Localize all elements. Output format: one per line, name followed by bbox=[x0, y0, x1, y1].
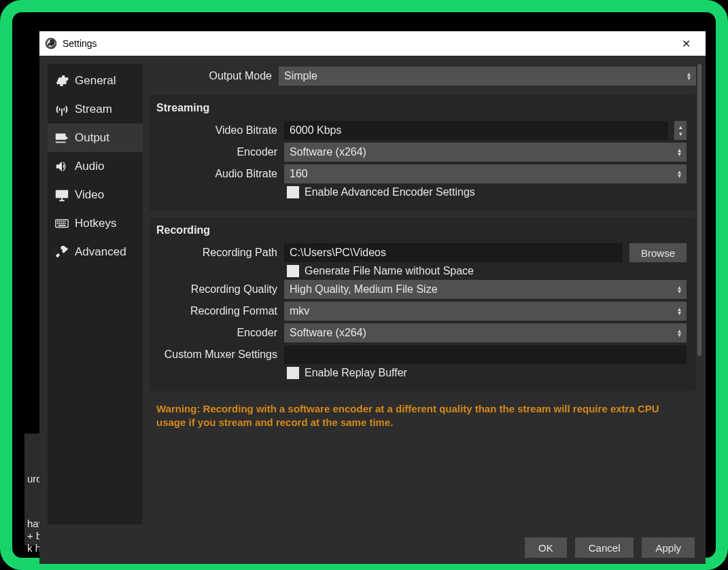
chevron-updown-icon: ▴▾ bbox=[687, 72, 691, 80]
sidebar-item-label: Stream bbox=[75, 103, 112, 116]
sidebar-item-label: Video bbox=[75, 188, 104, 202]
recording-panel: Recording Recording Path C:\Users\PC\Vid… bbox=[150, 217, 696, 391]
speaker-icon bbox=[54, 159, 69, 174]
svg-rect-6 bbox=[60, 221, 62, 222]
custom-muxer-input[interactable] bbox=[284, 345, 687, 364]
svg-rect-7 bbox=[63, 221, 64, 222]
sidebar-item-video[interactable]: Video bbox=[48, 181, 143, 209]
content-area: Output Mode Simple ▴▾ Streaming Video Bi… bbox=[150, 64, 696, 524]
close-button[interactable]: ✕ bbox=[672, 37, 700, 50]
sidebar-item-stream[interactable]: Stream bbox=[48, 95, 143, 124]
sidebar-item-advanced[interactable]: Advanced bbox=[48, 238, 143, 266]
svg-rect-11 bbox=[60, 223, 62, 224]
output-mode-label: Output Mode bbox=[150, 70, 272, 82]
replay-buffer-checkbox[interactable] bbox=[287, 367, 299, 379]
svg-rect-5 bbox=[58, 221, 60, 222]
titlebar: Settings ✕ bbox=[39, 31, 706, 56]
svg-rect-14 bbox=[58, 225, 66, 226]
monitor-icon bbox=[54, 188, 69, 202]
chevron-updown-icon: ▴▾ bbox=[678, 285, 681, 293]
advanced-encoder-label: Enable Advanced Encoder Settings bbox=[305, 186, 475, 198]
svg-rect-13 bbox=[65, 223, 66, 224]
svg-rect-9 bbox=[57, 223, 58, 224]
streaming-panel: Streaming Video Bitrate 6000 Kbps ▴▾ Enc… bbox=[150, 95, 696, 211]
recording-title: Recording bbox=[156, 224, 687, 236]
sidebar-item-audio[interactable]: Audio bbox=[48, 152, 143, 181]
sidebar-item-hotkeys[interactable]: Hotkeys bbox=[48, 209, 143, 238]
recording-format-dropdown[interactable]: mkv ▴▾ bbox=[284, 302, 687, 321]
window-title: Settings bbox=[63, 38, 97, 49]
sidebar-item-general[interactable]: General bbox=[48, 67, 143, 95]
recording-encoder-label: Encoder bbox=[155, 327, 277, 339]
gear-icon bbox=[54, 73, 69, 88]
chevron-updown-icon: ▴▾ bbox=[678, 329, 681, 337]
recording-path-input[interactable]: C:\Users\PC\Videos bbox=[284, 243, 623, 262]
streaming-title: Streaming bbox=[156, 102, 687, 114]
ok-button[interactable]: OK bbox=[525, 537, 567, 558]
chevron-updown-icon: ▴▾ bbox=[678, 307, 681, 315]
sidebar-item-label: Advanced bbox=[75, 245, 126, 259]
spin-arrows-icon[interactable]: ▴▾ bbox=[674, 121, 687, 140]
streaming-encoder-dropdown[interactable]: Software (x264) ▴▾ bbox=[284, 143, 687, 162]
video-bitrate-input[interactable]: 6000 Kbps bbox=[284, 121, 668, 140]
sidebar-item-label: General bbox=[75, 74, 116, 88]
antenna-icon bbox=[54, 102, 69, 117]
apply-button[interactable]: Apply bbox=[642, 537, 695, 558]
recording-quality-dropdown[interactable]: High Quality, Medium File Size ▴▾ bbox=[284, 280, 687, 299]
bg-line3: k h bbox=[27, 542, 41, 554]
advanced-encoder-checkbox[interactable] bbox=[287, 186, 299, 198]
output-mode-dropdown[interactable]: Simple ▴▾ bbox=[279, 67, 696, 86]
output-icon bbox=[54, 130, 69, 145]
svg-rect-10 bbox=[58, 223, 60, 224]
sidebar: General Stream Output Audio Video bbox=[48, 64, 143, 524]
footer: OK Cancel Apply bbox=[39, 531, 706, 564]
browse-button[interactable]: Browse bbox=[629, 243, 687, 262]
settings-window: Settings ✕ General Stream Output bbox=[39, 31, 706, 564]
gen-filename-checkbox[interactable] bbox=[287, 265, 299, 277]
sidebar-item-label: Output bbox=[75, 131, 109, 145]
sidebar-item-label: Hotkeys bbox=[75, 217, 116, 230]
svg-rect-4 bbox=[57, 221, 58, 222]
tools-icon bbox=[54, 245, 69, 260]
sidebar-item-label: Audio bbox=[75, 160, 104, 173]
warning-text: Warning: Recording with a software encod… bbox=[150, 398, 696, 430]
keyboard-icon bbox=[54, 216, 69, 231]
svg-rect-12 bbox=[63, 223, 64, 224]
chevron-updown-icon: ▴▾ bbox=[678, 170, 681, 178]
video-bitrate-label: Video Bitrate bbox=[155, 124, 277, 137]
recording-encoder-dropdown[interactable]: Software (x264) ▴▾ bbox=[284, 323, 687, 342]
custom-muxer-label: Custom Muxer Settings bbox=[155, 349, 277, 361]
audio-bitrate-dropdown[interactable]: 160 ▴▾ bbox=[284, 164, 687, 183]
recording-format-label: Recording Format bbox=[155, 305, 277, 317]
recording-path-label: Recording Path bbox=[155, 247, 277, 259]
svg-rect-8 bbox=[65, 221, 66, 222]
cancel-button[interactable]: Cancel bbox=[575, 537, 634, 558]
gen-filename-label: Generate File Name without Space bbox=[305, 265, 474, 277]
chevron-updown-icon: ▴▾ bbox=[678, 148, 681, 156]
audio-bitrate-label: Audio Bitrate bbox=[155, 168, 277, 180]
streaming-encoder-label: Encoder bbox=[155, 146, 277, 158]
replay-buffer-label: Enable Replay Buffer bbox=[305, 367, 407, 379]
sidebar-item-output[interactable]: Output bbox=[48, 124, 143, 152]
recording-quality-label: Recording Quality bbox=[155, 283, 277, 296]
obs-icon bbox=[45, 37, 57, 50]
